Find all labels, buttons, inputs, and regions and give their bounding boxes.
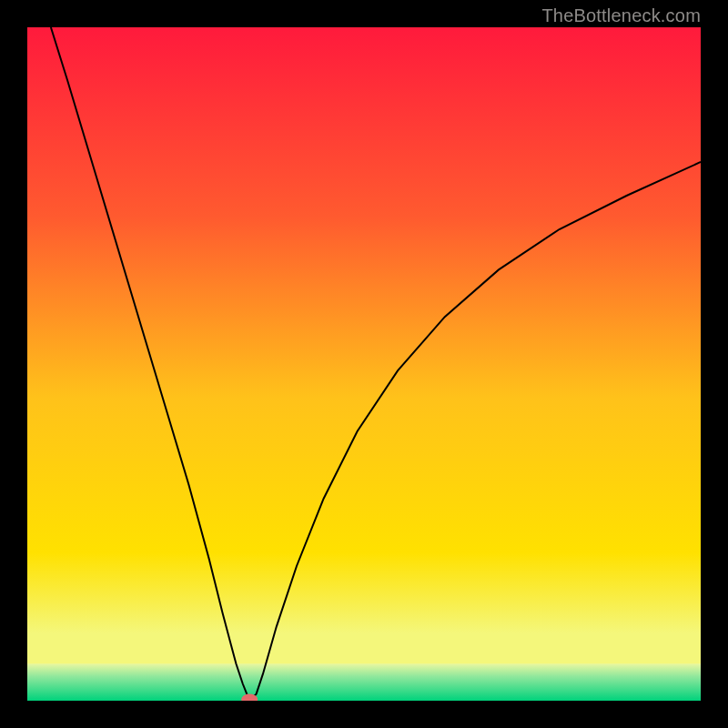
green-band: [27, 663, 701, 701]
gradient-background: [27, 27, 701, 701]
watermark: TheBottleneck.com: [541, 5, 701, 26]
chart-plot: [27, 27, 701, 701]
chart-frame: [27, 27, 701, 701]
